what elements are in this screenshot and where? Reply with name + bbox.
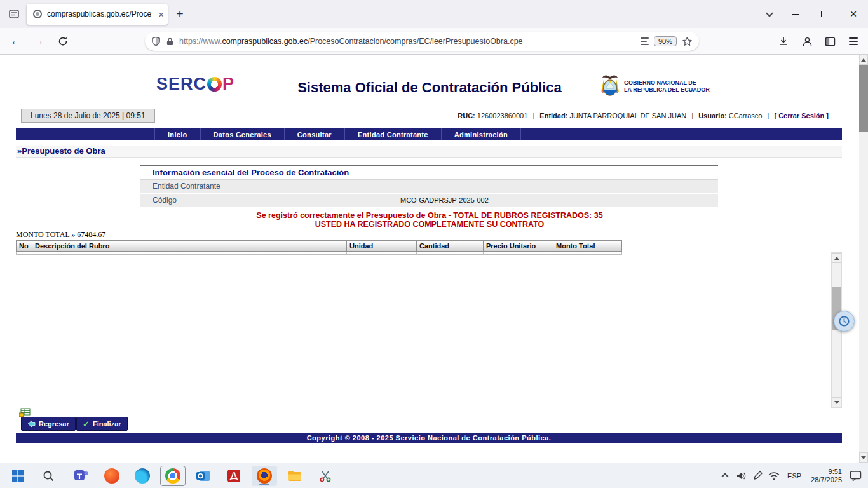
network-icon[interactable] — [768, 467, 780, 485]
rubros-table-container: No Descripción del Rubro Unidad Cantidad… — [16, 240, 622, 408]
menu-item-datos-generales[interactable]: Datos Generales — [201, 128, 285, 140]
rubros-table: No Descripción del Rubro Unidad Cantidad… — [16, 240, 622, 255]
back-button[interactable] — [6, 32, 25, 51]
page-title: Sistema Oficial de Contratación Pública — [0, 79, 859, 96]
info-value-codigo: MCO-GADPRSJP-2025-002 — [400, 193, 718, 207]
ruc-label: RUC: — [458, 112, 475, 119]
search-icon — [43, 470, 54, 482]
new-tab-button[interactable] — [170, 4, 189, 24]
language-indicator[interactable]: ESP — [785, 467, 803, 485]
window-minimize-button[interactable] — [780, 0, 810, 28]
volume-icon[interactable] — [736, 467, 747, 485]
taskbar-teams-icon[interactable] — [69, 466, 94, 486]
export-grid-icon[interactable] — [19, 408, 31, 417]
entidad-label: Entidad: — [539, 112, 567, 119]
menu-item-consultar[interactable]: Consultar — [285, 128, 345, 140]
success-message-line2: USTED HA REGISTRADO COMPLETAMENTE SU CON… — [0, 220, 859, 229]
window-scroll-down-icon[interactable] — [859, 452, 868, 463]
menu-item-administracion[interactable]: Administración — [442, 128, 521, 140]
entidad-value: JUNTA PARROQUIAL DE SAN JUAN — [569, 112, 686, 119]
taskbar-outlook-icon[interactable] — [191, 466, 216, 486]
url-bar[interactable]: https://www.compraspublicas.gob.ec/Proce… — [145, 32, 699, 51]
main-menu: Inicio Datos Generales Consultar Entidad… — [16, 128, 842, 140]
clock-time: 9:51 — [811, 468, 842, 476]
search-button[interactable] — [36, 466, 61, 486]
header-monto-total: Monto Total — [553, 241, 622, 252]
tab-close-icon[interactable] — [158, 9, 164, 20]
window-close-button[interactable] — [839, 0, 868, 28]
menu-hamburger-icon[interactable] — [844, 32, 863, 51]
tab-title: compraspublicas.gob.ec/Proce — [47, 10, 153, 18]
tab-favicon-icon — [33, 10, 42, 18]
government-logo: GOBIERNO NACIONAL DE LA REPUBLICA DEL EC… — [600, 74, 710, 99]
breadcrumb: »Presupuesto de Obra — [16, 146, 842, 158]
window-maximize-button[interactable] — [810, 0, 839, 28]
reader-mode-icon[interactable] — [641, 37, 649, 45]
lock-icon[interactable] — [166, 37, 174, 46]
start-button[interactable] — [5, 466, 31, 486]
taskbar-edge-icon[interactable] — [130, 466, 155, 486]
sidebar-toggle-icon[interactable] — [820, 32, 839, 51]
pen-icon[interactable] — [752, 467, 763, 485]
bookmark-star-icon[interactable] — [682, 36, 693, 47]
forward-button[interactable] — [29, 32, 48, 51]
zoom-level-button[interactable]: 90% — [654, 36, 677, 46]
taskbar: ESP 9:51 28/7/2025 — [0, 463, 868, 488]
window-scrollbar-thumb[interactable] — [859, 65, 868, 132]
clock[interactable]: 9:51 28/7/2025 — [809, 468, 844, 484]
tray-chevron-up-icon[interactable] — [720, 467, 730, 485]
tracking-shield-icon[interactable] — [151, 36, 161, 46]
account-icon[interactable] — [797, 32, 817, 51]
info-label-codigo: Código — [140, 193, 400, 207]
info-label-entidad: Entidad Contratante — [140, 180, 400, 194]
info-value-entidad — [400, 180, 718, 194]
taskbar-file-explorer-icon[interactable] — [282, 466, 308, 486]
sercop-page: SERCP Sistema Oficial de Contratación Pú… — [0, 55, 859, 463]
menu-item-entidad-contratante[interactable]: Entidad Contratante — [345, 128, 442, 140]
ecuador-coat-of-arms-icon — [600, 74, 620, 99]
header-no: No — [17, 241, 32, 252]
usuario-label: Usuario: — [698, 112, 727, 119]
reload-button[interactable] — [53, 32, 72, 51]
browser-tab[interactable]: compraspublicas.gob.ec/Proce — [27, 4, 168, 25]
check-icon — [83, 419, 90, 429]
usuario-value: CCarrasco — [729, 112, 763, 119]
floating-widget-button[interactable] — [834, 311, 855, 332]
taskbar-chrome-icon[interactable] — [160, 466, 186, 486]
list-all-tabs-button[interactable] — [759, 3, 780, 25]
taskbar-apps — [0, 463, 341, 488]
logout-link[interactable]: [ Cerrar Sesión ] — [774, 112, 829, 119]
ruc-value: 1260023860001 — [477, 112, 528, 119]
session-info: RUC: 1260023860001 | Entidad: JUNTA PARR… — [458, 112, 829, 119]
notification-center-icon[interactable] — [850, 467, 862, 485]
browser-toolbar: https://www.compraspublicas.gob.ec/Proce… — [0, 28, 868, 55]
system-tray: ESP 9:51 28/7/2025 — [720, 463, 868, 488]
proceso-info-table: Información esencial del Proceso de Cont… — [140, 165, 718, 208]
screen: compraspublicas.gob.ec/Proce https://www… — [0, 0, 868, 488]
table-scroll-up-icon[interactable] — [832, 253, 841, 263]
table-header-row: No Descripción del Rubro Unidad Cantidad… — [17, 241, 622, 252]
browser-tab-bar: compraspublicas.gob.ec/Proce — [0, 0, 868, 28]
firefox-view-icon[interactable] — [5, 5, 23, 23]
taskbar-brave-icon[interactable] — [99, 466, 125, 486]
page-viewport: SERCP Sistema Oficial de Contratación Pú… — [0, 55, 868, 463]
window-scroll-up-icon[interactable] — [859, 55, 868, 65]
regresar-button[interactable]: Regresar — [21, 417, 76, 431]
header-unidad: Unidad — [347, 241, 417, 252]
url-text: https://www.compraspublicas.gob.ec/Proce… — [179, 37, 635, 46]
taskbar-acrobat-icon[interactable] — [221, 466, 247, 486]
table-scroll-down-icon[interactable] — [832, 397, 841, 407]
menu-item-inicio[interactable]: Inicio — [154, 128, 201, 140]
site-footer: Copyright © 2008 - 2025 Servicio Naciona… — [16, 433, 842, 443]
taskbar-snipping-tool-icon[interactable] — [313, 466, 338, 486]
header-cantidad: Cantidad — [417, 241, 484, 252]
header-descripcion: Descripción del Rubro — [32, 241, 347, 252]
taskbar-firefox-icon[interactable] — [252, 466, 277, 486]
finalizar-button[interactable]: Finalizar — [76, 417, 128, 431]
window-scrollbar[interactable] — [859, 55, 868, 463]
back-arrow-icon — [27, 420, 36, 428]
downloads-icon[interactable] — [774, 32, 793, 51]
table-row-partial[interactable] — [17, 252, 622, 255]
header-precio-unitario: Precio Unitario — [484, 241, 553, 252]
info-table-title: Información esencial del Proceso de Cont… — [140, 166, 718, 180]
